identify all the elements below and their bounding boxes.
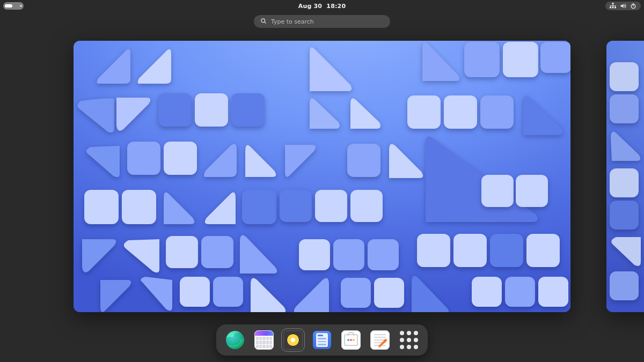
clock-time: 18:20	[326, 3, 346, 10]
workspace-current[interactable]	[74, 41, 570, 312]
volume-icon	[620, 3, 626, 9]
dock-app-software[interactable]	[341, 330, 361, 350]
workspace-next[interactable]	[606, 41, 644, 312]
svg-rect-3	[614, 7, 616, 9]
globe-icon	[226, 331, 244, 349]
workspace-switcher	[0, 41, 644, 312]
wallpaper	[74, 41, 570, 312]
svg-rect-4	[612, 4, 613, 5]
grid-icon	[400, 331, 418, 349]
software-icon	[341, 330, 361, 350]
dock-app-web-browser[interactable]	[225, 330, 245, 350]
dock-app-music[interactable]	[283, 330, 303, 350]
workspace-indicator-next	[20, 5, 22, 7]
top-panel: Aug 30 18:20	[0, 0, 644, 12]
svg-rect-1	[610, 7, 611, 9]
dock-app-text-editor[interactable]	[370, 330, 390, 350]
system-tray[interactable]	[605, 2, 641, 10]
clock[interactable]: Aug 30 18:20	[298, 3, 346, 10]
music-icon	[283, 330, 303, 350]
text-editor-icon	[370, 330, 390, 350]
dock-app-todo[interactable]	[312, 330, 332, 350]
svg-rect-7	[612, 5, 613, 6]
search-placeholder: Type to search	[271, 18, 314, 25]
dock-app-calendar[interactable]	[254, 330, 274, 350]
dock	[216, 324, 428, 356]
network-icon	[610, 3, 616, 9]
activities-button[interactable]	[3, 2, 24, 10]
power-icon	[630, 3, 636, 9]
svg-rect-6	[610, 5, 611, 6]
wallpaper	[606, 41, 644, 312]
calendar-icon	[254, 330, 274, 350]
svg-rect-8	[615, 5, 616, 6]
svg-point-11	[261, 18, 265, 22]
todo-icon	[313, 331, 331, 349]
search-bar[interactable]: Type to search	[254, 15, 390, 28]
svg-line-12	[265, 22, 266, 23]
dock-show-applications[interactable]	[399, 330, 419, 350]
clock-date: Aug 30	[298, 3, 323, 10]
svg-rect-0	[612, 3, 614, 4]
workspace-indicator-current	[5, 4, 12, 8]
svg-rect-2	[612, 7, 614, 9]
search-icon	[260, 18, 267, 26]
